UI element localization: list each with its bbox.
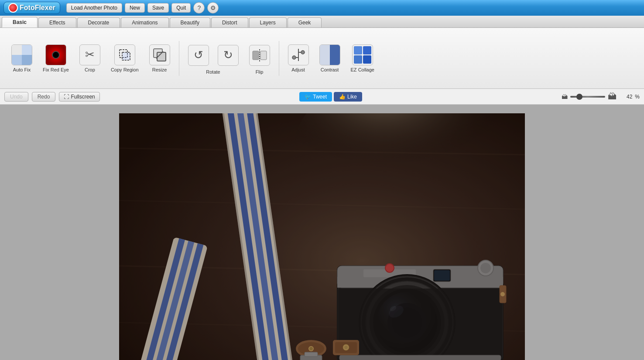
- ez-collage-icon: [352, 44, 373, 65]
- twitter-icon: 🐦: [305, 94, 311, 100]
- rotate-right-tool[interactable]: ↻: [213, 42, 243, 68]
- rotate-group: ↺ ↻ Rotate: [184, 42, 243, 75]
- tab-basic[interactable]: Basic: [2, 17, 38, 27]
- svg-point-12: [292, 56, 296, 59]
- zoom-out-icon: 🏔: [562, 93, 568, 100]
- contrast-label: Contrast: [321, 67, 339, 72]
- separator-2: [279, 41, 279, 76]
- crop-tool[interactable]: ✂ Crop: [75, 42, 105, 75]
- tab-layers[interactable]: Layers: [249, 17, 287, 27]
- rotate-left-icon: ↺: [188, 45, 209, 66]
- ez-collage-label: EZ Collage: [351, 67, 374, 72]
- resize-label: Resize: [152, 67, 167, 72]
- new-button[interactable]: New: [125, 3, 145, 13]
- load-another-photo-button[interactable]: Load Another Photo: [66, 3, 122, 13]
- rotate-right-icon: ↻: [218, 45, 239, 66]
- flip-icon: [249, 45, 270, 66]
- quit-button[interactable]: Quit: [171, 3, 191, 13]
- fullscreen-label: Fullscreen: [71, 94, 95, 100]
- adjust-label: Adjust: [291, 67, 305, 72]
- redo-button[interactable]: Redo: [32, 92, 56, 102]
- adjust-tool[interactable]: Adjust: [284, 42, 313, 75]
- auto-fix-label: Auto Fix: [13, 67, 31, 72]
- contrast-tool[interactable]: Contrast: [315, 42, 345, 75]
- ez-collage-tool[interactable]: EZ Collage: [346, 42, 379, 75]
- copy-region-tool[interactable]: Copy Region: [106, 42, 143, 75]
- zoom-unit: %: [635, 94, 640, 100]
- zoom-slider[interactable]: [570, 96, 605, 98]
- facebook-icon: 👍: [339, 94, 346, 100]
- copy-region-icon: [114, 44, 135, 65]
- like-button[interactable]: 👍 Like: [334, 92, 362, 102]
- fix-red-eye-tool[interactable]: Fix Red Eye: [38, 42, 73, 75]
- tab-animations[interactable]: Animations: [121, 17, 168, 27]
- flip-group: Flip: [245, 42, 274, 75]
- fullscreen-button[interactable]: ⛶ Fullscreen: [59, 92, 99, 102]
- save-button[interactable]: Save: [147, 3, 169, 13]
- contrast-icon: [319, 44, 340, 65]
- undo-button[interactable]: Undo: [4, 92, 28, 102]
- svg-point-10: [301, 51, 305, 54]
- app-name: FotoFlexer: [20, 4, 55, 12]
- tweet-button[interactable]: 🐦 Tweet: [299, 92, 332, 102]
- fix-red-eye-label: Fix Red Eye: [43, 67, 69, 72]
- photo-canvas: [119, 113, 525, 360]
- zoom-value: 42: [619, 94, 632, 100]
- crop-label: Crop: [85, 67, 95, 72]
- fullscreen-icon: ⛶: [64, 94, 69, 100]
- resize-icon: [149, 44, 170, 65]
- tab-beautify[interactable]: Beautify: [170, 17, 210, 27]
- svg-rect-1: [122, 52, 130, 60]
- auto-fix-icon: [11, 44, 32, 65]
- help-button[interactable]: ?: [193, 2, 205, 14]
- main-canvas-area: [0, 105, 644, 360]
- adjust-icon: [288, 44, 309, 65]
- flip-tool[interactable]: [245, 42, 274, 68]
- photo-container[interactable]: [119, 113, 525, 360]
- crop-icon: ✂: [79, 44, 100, 65]
- svg-rect-5: [253, 51, 259, 60]
- svg-rect-63: [119, 113, 525, 360]
- copy-region-label: Copy Region: [111, 67, 139, 72]
- rotate-left-tool[interactable]: ↺: [184, 42, 213, 68]
- auto-fix-tool[interactable]: Auto Fix: [7, 42, 37, 75]
- svg-rect-6: [260, 51, 267, 60]
- logo-icon: [8, 3, 18, 13]
- fix-red-eye-icon: [45, 44, 66, 65]
- separator-1: [179, 41, 179, 76]
- tab-effects[interactable]: Effects: [38, 17, 76, 27]
- settings-button[interactable]: ⚙: [207, 2, 219, 14]
- logo: FotoFlexer: [3, 2, 60, 14]
- zoom-in-icon: 🏔: [608, 92, 617, 102]
- tweet-label: Tweet: [313, 94, 327, 100]
- tab-geek[interactable]: Geek: [288, 17, 322, 27]
- flip-label: Flip: [256, 69, 264, 75]
- resize-tool[interactable]: Resize: [145, 42, 175, 75]
- social-bar: 🐦 Tweet 👍 Like: [103, 92, 558, 102]
- tab-distort[interactable]: Distort: [211, 17, 248, 27]
- zoom-bar: 🏔 🏔 42 %: [562, 92, 640, 102]
- toolbar: Auto Fix Fix Red Eye ✂ Crop Copy Region …: [0, 28, 644, 89]
- tab-decorate[interactable]: Decorate: [77, 17, 120, 27]
- action-bar: Undo Redo ⛶ Fullscreen 🐦 Tweet 👍 Like 🏔 …: [0, 89, 644, 105]
- rotate-label: Rotate: [206, 69, 220, 75]
- header: FotoFlexer Load Another Photo New Save Q…: [0, 0, 644, 16]
- tab-bar: Basic Effects Decorate Animations Beauti…: [0, 16, 644, 28]
- like-label: Like: [347, 94, 357, 100]
